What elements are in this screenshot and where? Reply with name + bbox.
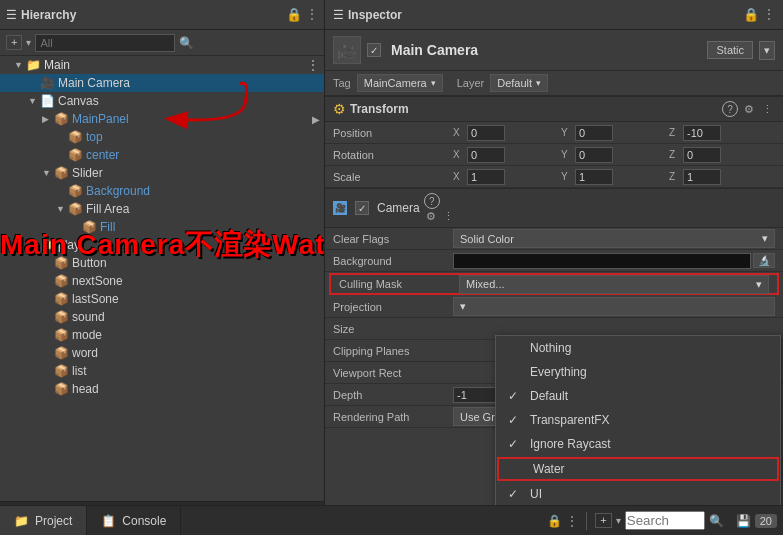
projection-dropdown[interactable] [453,297,775,316]
camera-settings-icon[interactable]: ⚙ [424,210,438,223]
tree-item-play[interactable]: ▼ 📁 play [0,236,324,254]
clear-flags-dropdown[interactable]: Solid Color [453,229,775,248]
bottom-search-input[interactable] [625,511,705,530]
inspector-more-icon[interactable]: ⋮ [763,7,775,22]
camera-context-icon[interactable]: ⋮ [441,210,456,223]
layer-dropdown[interactable]: Default [490,74,548,92]
tag-label: Tag [333,77,351,89]
inspector-menu-icon[interactable]: ☰ [333,8,344,22]
tree-item-mainpanel[interactable]: ▶ 📦 MainPanel ▶ [0,110,324,128]
add-bottom-button[interactable]: + [595,513,611,528]
position-x-field: X [453,125,559,141]
position-z-input[interactable] [683,125,721,141]
tree-item-fill[interactable]: 📦 Fill [0,218,324,236]
dropdown-item-ui[interactable]: ✓ UI [496,482,780,505]
add-button[interactable]: + [6,35,22,50]
y-label: Y [561,127,573,138]
console-tab-label: Console [122,514,166,528]
culling-mask-dropdown[interactable]: Mixed... [459,275,769,294]
dropdown-item-water[interactable]: Water [497,457,779,481]
tree-item-mode[interactable]: 📦 mode [0,326,324,344]
tree-item-button[interactable]: 📦 Button [0,254,324,272]
mode-icon: 📦 [54,328,69,342]
inspector-lock-icon[interactable]: 🔒 [743,7,759,22]
settings-icon[interactable]: ⚙ [742,101,756,117]
clear-flags-value: Solid Color [460,233,514,245]
hierarchy-content[interactable]: ▼ 📁 Main ⋮ 🎥 Main Camera ▼ [0,56,324,398]
dropdown-item-transparentfx[interactable]: ✓ TransparentFX [496,408,780,432]
x-label2: X [453,149,465,160]
tree-item-top[interactable]: 📦 top [0,128,324,146]
tree-item-slider[interactable]: ▼ 📦 Slider [0,164,324,182]
position-x-input[interactable] [467,125,505,141]
inspector-title: Inspector [348,8,402,22]
lock-bottom-icon[interactable]: 🔒 [547,514,562,528]
scale-z-input[interactable] [683,169,721,185]
arrow-mainpanel: ▶ [42,114,54,124]
scale-y-input[interactable] [575,169,613,185]
console-tab[interactable]: 📋 Console [87,506,181,535]
dropdown-item-default[interactable]: ✓ Default [496,384,780,408]
more-bottom-icon[interactable]: ⋮ [566,514,578,528]
background-row: Background 🔬 [325,250,783,272]
enabled-checkbox[interactable]: ✓ [367,43,381,58]
tree-item-lastsone[interactable]: 📦 lastSone [0,290,324,308]
z-label: Z [669,127,681,138]
default-check: ✓ [508,389,524,403]
hierarchy-menu-icon[interactable]: ☰ [6,8,17,22]
background-value: 🔬 [453,253,775,269]
rendering-path-label: Rendering Path [333,411,453,423]
rotation-x-input[interactable] [467,147,505,163]
tree-item-list[interactable]: 📦 list [0,362,324,380]
clear-flags-label: Clear Flags [333,233,453,245]
scl-y-field: Y [561,169,667,185]
static-dropdown-button[interactable]: ▾ [759,41,775,60]
search-input[interactable] [35,34,175,52]
obj-header: 🎥 ✓ Main Camera Static ▾ [325,30,783,71]
tree-item-bg[interactable]: 📦 Background [0,182,324,200]
scale-x-input[interactable] [467,169,505,185]
camera-cb-inner: ✓ [355,201,369,215]
camera-info-icon[interactable]: ? [424,193,440,209]
culling-mask-label: Culling Mask [339,278,459,290]
tree-item-canvas[interactable]: ▼ 📄 Canvas [0,92,324,110]
transform-icon: ⚙ [333,101,346,117]
size-label: Size [333,323,453,335]
tree-item-word[interactable]: 📦 word [0,344,324,362]
color-swatch[interactable] [453,253,751,269]
tree-label-main: Main [44,58,70,72]
rotation-z-input[interactable] [683,147,721,163]
tree-item-main[interactable]: ▼ 📁 Main ⋮ [0,56,324,74]
color-picker-button[interactable]: 🔬 [753,253,775,268]
info-icon[interactable]: ? [722,101,738,117]
dropdown-item-ignoreraycast[interactable]: ✓ Ignore Raycast [496,432,780,456]
tree-label-maincamera: Main Camera [58,76,130,90]
arrow-fillarea: ▼ [56,204,68,214]
tree-item-fillarea[interactable]: ▼ 📦 Fill Area [0,200,324,218]
dropdown-item-nothing[interactable]: Nothing [496,336,780,360]
tree-item-center[interactable]: 📦 center [0,146,324,164]
rotation-y-input[interactable] [575,147,613,163]
tree-item-maincamera[interactable]: 🎥 Main Camera [0,74,324,92]
clipping-label: Clipping Planes [333,345,453,357]
project-tab[interactable]: 📁 Project [0,506,87,535]
tag-dropdown[interactable]: MainCamera [357,74,443,92]
static-button[interactable]: Static [707,41,753,59]
ui-check: ✓ [508,487,524,501]
camera-enabled-cb[interactable]: ✓ [355,201,369,216]
camera-comp-icon: 🎥 [333,201,347,215]
dropdown-item-everything[interactable]: Everything [496,360,780,384]
kebab-icon[interactable]: ⋮ [306,57,320,73]
context-menu-icon[interactable]: ⋮ [760,101,775,117]
lock-icon[interactable]: 🔒 [286,7,302,22]
ignoreraycast-check: ✓ [508,437,524,451]
viewport-label: Viewport Rect [333,367,453,379]
ui-label: UI [530,487,768,501]
position-y-input[interactable] [575,125,613,141]
tree-item-nextsone[interactable]: 📦 nextSone [0,272,324,290]
more-icon[interactable]: ⋮ [306,7,318,22]
arrow-main: ▼ [14,60,26,70]
tree-item-sound[interactable]: 📦 sound [0,308,324,326]
projection-row: Projection [325,296,783,318]
tree-item-head[interactable]: 📦 head [0,380,324,398]
